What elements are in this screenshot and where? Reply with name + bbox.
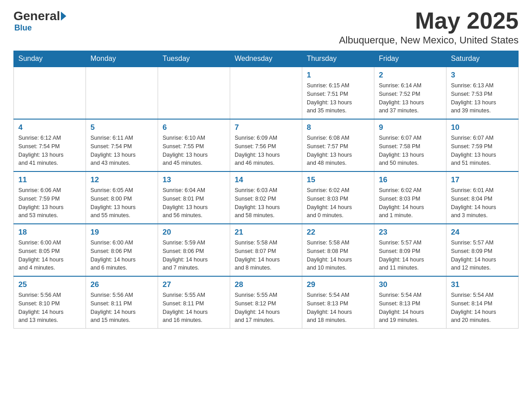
day-number: 7 bbox=[235, 123, 297, 132]
day-number: 20 bbox=[163, 228, 225, 237]
week-row-5: 25Sunrise: 5:56 AMSunset: 8:10 PMDayligh… bbox=[14, 276, 519, 329]
day-number: 6 bbox=[163, 123, 225, 132]
day-number: 15 bbox=[307, 176, 369, 184]
calendar-cell: 22Sunrise: 5:58 AMSunset: 8:08 PMDayligh… bbox=[302, 224, 374, 276]
day-info: Sunrise: 6:01 AMSunset: 8:04 PMDaylight:… bbox=[451, 186, 514, 220]
header-monday: Monday bbox=[86, 51, 158, 67]
calendar-cell: 30Sunrise: 5:54 AMSunset: 8:13 PMDayligh… bbox=[374, 276, 446, 329]
day-number: 27 bbox=[163, 280, 225, 289]
day-info: Sunrise: 6:05 AMSunset: 8:00 PMDaylight:… bbox=[90, 186, 153, 220]
calendar-cell: 8Sunrise: 6:08 AMSunset: 7:57 PMDaylight… bbox=[302, 119, 374, 171]
day-number: 24 bbox=[451, 228, 514, 237]
location: Albuquerque, New Mexico, United States bbox=[339, 34, 519, 46]
day-number: 10 bbox=[451, 123, 514, 132]
day-number: 8 bbox=[307, 123, 369, 132]
header-tuesday: Tuesday bbox=[158, 51, 230, 67]
day-number: 3 bbox=[451, 71, 514, 80]
calendar-cell bbox=[158, 67, 230, 119]
day-number: 9 bbox=[379, 123, 442, 132]
calendar-cell: 12Sunrise: 6:05 AMSunset: 8:00 PMDayligh… bbox=[86, 171, 158, 224]
header-thursday: Thursday bbox=[302, 51, 374, 67]
logo: General Blue bbox=[13, 9, 66, 33]
day-number: 18 bbox=[18, 228, 81, 237]
day-number: 26 bbox=[90, 280, 153, 289]
header-sunday: Sunday bbox=[14, 51, 86, 67]
day-number: 11 bbox=[18, 176, 81, 184]
calendar-cell: 3Sunrise: 6:13 AMSunset: 7:53 PMDaylight… bbox=[446, 67, 519, 119]
calendar-cell: 5Sunrise: 6:11 AMSunset: 7:54 PMDaylight… bbox=[86, 119, 158, 171]
calendar-cell: 11Sunrise: 6:06 AMSunset: 7:59 PMDayligh… bbox=[14, 171, 86, 224]
day-number: 19 bbox=[90, 228, 153, 237]
day-number: 1 bbox=[307, 71, 369, 80]
calendar-cell: 26Sunrise: 5:56 AMSunset: 8:11 PMDayligh… bbox=[86, 276, 158, 329]
day-number: 2 bbox=[379, 71, 442, 80]
title-section: May 2025 Albuquerque, New Mexico, United… bbox=[339, 9, 519, 46]
calendar-cell: 21Sunrise: 5:58 AMSunset: 8:07 PMDayligh… bbox=[230, 224, 302, 276]
week-row-1: 1Sunrise: 6:15 AMSunset: 7:51 PMDaylight… bbox=[14, 67, 519, 119]
calendar-cell: 2Sunrise: 6:14 AMSunset: 7:52 PMDaylight… bbox=[374, 67, 446, 119]
calendar-table: Sunday Monday Tuesday Wednesday Thursday… bbox=[13, 51, 519, 329]
calendar-header-row: Sunday Monday Tuesday Wednesday Thursday… bbox=[14, 51, 519, 67]
week-row-2: 4Sunrise: 6:12 AMSunset: 7:54 PMDaylight… bbox=[14, 119, 519, 171]
calendar-cell: 29Sunrise: 5:54 AMSunset: 8:13 PMDayligh… bbox=[302, 276, 374, 329]
day-info: Sunrise: 6:11 AMSunset: 7:54 PMDaylight:… bbox=[90, 134, 153, 167]
calendar-cell: 15Sunrise: 6:02 AMSunset: 8:03 PMDayligh… bbox=[302, 171, 374, 224]
day-info: Sunrise: 5:55 AMSunset: 8:12 PMDaylight:… bbox=[235, 291, 297, 325]
header-wednesday: Wednesday bbox=[230, 51, 302, 67]
day-info: Sunrise: 6:07 AMSunset: 7:59 PMDaylight:… bbox=[451, 134, 514, 167]
calendar-cell: 25Sunrise: 5:56 AMSunset: 8:10 PMDayligh… bbox=[14, 276, 86, 329]
day-info: Sunrise: 6:00 AMSunset: 8:05 PMDaylight:… bbox=[18, 239, 81, 272]
day-info: Sunrise: 5:58 AMSunset: 8:08 PMDaylight:… bbox=[307, 239, 369, 272]
calendar-cell: 9Sunrise: 6:07 AMSunset: 7:58 PMDaylight… bbox=[374, 119, 446, 171]
calendar-cell: 14Sunrise: 6:03 AMSunset: 8:02 PMDayligh… bbox=[230, 171, 302, 224]
day-number: 28 bbox=[235, 280, 297, 289]
month-title: May 2025 bbox=[339, 9, 519, 32]
day-number: 16 bbox=[379, 176, 442, 184]
day-info: Sunrise: 6:04 AMSunset: 8:01 PMDaylight:… bbox=[163, 186, 225, 220]
week-row-3: 11Sunrise: 6:06 AMSunset: 7:59 PMDayligh… bbox=[14, 171, 519, 224]
day-info: Sunrise: 5:55 AMSunset: 8:11 PMDaylight:… bbox=[163, 291, 225, 325]
day-number: 21 bbox=[235, 228, 297, 237]
day-info: Sunrise: 5:58 AMSunset: 8:07 PMDaylight:… bbox=[235, 239, 297, 272]
day-info: Sunrise: 6:12 AMSunset: 7:54 PMDaylight:… bbox=[18, 134, 81, 167]
day-info: Sunrise: 6:06 AMSunset: 7:59 PMDaylight:… bbox=[18, 186, 81, 220]
calendar-cell: 18Sunrise: 6:00 AMSunset: 8:05 PMDayligh… bbox=[14, 224, 86, 276]
day-number: 12 bbox=[90, 176, 153, 184]
day-info: Sunrise: 6:13 AMSunset: 7:53 PMDaylight:… bbox=[451, 81, 514, 115]
logo-text: General bbox=[13, 9, 66, 23]
day-info: Sunrise: 6:09 AMSunset: 7:56 PMDaylight:… bbox=[235, 134, 297, 167]
day-info: Sunrise: 5:54 AMSunset: 8:14 PMDaylight:… bbox=[451, 291, 514, 325]
page-header: General Blue May 2025 Albuquerque, New M… bbox=[13, 9, 519, 46]
day-number: 17 bbox=[451, 176, 514, 184]
day-info: Sunrise: 5:54 AMSunset: 8:13 PMDaylight:… bbox=[307, 291, 369, 325]
calendar-cell: 13Sunrise: 6:04 AMSunset: 8:01 PMDayligh… bbox=[158, 171, 230, 224]
calendar-cell: 4Sunrise: 6:12 AMSunset: 7:54 PMDaylight… bbox=[14, 119, 86, 171]
calendar-cell: 6Sunrise: 6:10 AMSunset: 7:55 PMDaylight… bbox=[158, 119, 230, 171]
day-info: Sunrise: 6:07 AMSunset: 7:58 PMDaylight:… bbox=[379, 134, 442, 167]
day-info: Sunrise: 6:14 AMSunset: 7:52 PMDaylight:… bbox=[379, 81, 442, 115]
logo-general: General bbox=[13, 9, 60, 23]
day-info: Sunrise: 6:03 AMSunset: 8:02 PMDaylight:… bbox=[235, 186, 297, 220]
header-saturday: Saturday bbox=[446, 51, 519, 67]
day-number: 25 bbox=[18, 280, 81, 289]
day-info: Sunrise: 6:00 AMSunset: 8:06 PMDaylight:… bbox=[90, 239, 153, 272]
day-number: 22 bbox=[307, 228, 369, 237]
calendar-cell bbox=[230, 67, 302, 119]
day-info: Sunrise: 6:15 AMSunset: 7:51 PMDaylight:… bbox=[307, 81, 369, 115]
header-friday: Friday bbox=[374, 51, 446, 67]
calendar-cell: 1Sunrise: 6:15 AMSunset: 7:51 PMDaylight… bbox=[302, 67, 374, 119]
calendar-cell bbox=[86, 67, 158, 119]
day-info: Sunrise: 6:02 AMSunset: 8:03 PMDaylight:… bbox=[307, 186, 369, 220]
day-info: Sunrise: 5:54 AMSunset: 8:13 PMDaylight:… bbox=[379, 291, 442, 325]
day-number: 13 bbox=[163, 176, 225, 184]
day-info: Sunrise: 6:08 AMSunset: 7:57 PMDaylight:… bbox=[307, 134, 369, 167]
day-info: Sunrise: 5:56 AMSunset: 8:11 PMDaylight:… bbox=[90, 291, 153, 325]
calendar-cell: 19Sunrise: 6:00 AMSunset: 8:06 PMDayligh… bbox=[86, 224, 158, 276]
day-number: 4 bbox=[18, 123, 81, 132]
week-row-4: 18Sunrise: 6:00 AMSunset: 8:05 PMDayligh… bbox=[14, 224, 519, 276]
calendar-cell: 24Sunrise: 5:57 AMSunset: 8:09 PMDayligh… bbox=[446, 224, 519, 276]
calendar-cell bbox=[14, 67, 86, 119]
day-info: Sunrise: 5:59 AMSunset: 8:06 PMDaylight:… bbox=[163, 239, 225, 272]
calendar-cell: 16Sunrise: 6:02 AMSunset: 8:03 PMDayligh… bbox=[374, 171, 446, 224]
calendar-cell: 27Sunrise: 5:55 AMSunset: 8:11 PMDayligh… bbox=[158, 276, 230, 329]
